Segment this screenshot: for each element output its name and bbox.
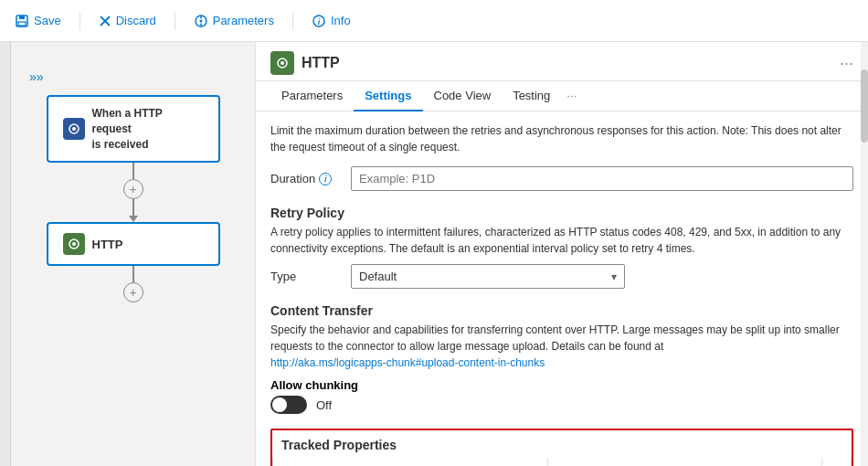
tabs-bar: Parameters Settings Code View Testing ··… <box>256 81 868 111</box>
tab-testing[interactable]: Testing <box>502 81 561 111</box>
content-transfer-desc: Specify the behavior and capabilities fo… <box>270 322 853 371</box>
info-button[interactable]: i Info <box>312 14 351 28</box>
svg-point-14 <box>72 242 76 246</box>
parameters-button[interactable]: Parameters <box>194 14 274 28</box>
http-panel-icon <box>275 56 290 70</box>
toggle-state-label: Off <box>316 398 332 412</box>
tab-settings[interactable]: Settings <box>354 81 422 111</box>
parameters-icon <box>194 14 208 28</box>
add-step-button-2[interactable]: + <box>123 282 143 302</box>
tab-code-view[interactable]: Code View <box>423 81 503 111</box>
panel-header-icon <box>270 51 294 75</box>
add-step-button-1[interactable]: + <box>123 179 143 199</box>
trigger-connector-icon <box>67 122 81 136</box>
dropdown-chevron-icon: ▾ <box>611 270 617 283</box>
info-icon: i <box>312 14 326 28</box>
panel-header: HTTP ··· <box>256 42 868 81</box>
svg-rect-2 <box>18 22 26 26</box>
http-action-label: HTTP <box>92 238 123 251</box>
toolbar-separator-3 <box>292 12 293 30</box>
content-transfer-link[interactable]: http://aka.ms/logicapps-chunk#upload-con… <box>270 356 545 369</box>
type-dropdown[interactable]: Default ▾ <box>351 264 625 289</box>
toolbar-separator <box>79 12 80 30</box>
discard-button[interactable]: Discard <box>99 14 156 27</box>
retry-policy-desc: A retry policy applies to intermittent f… <box>270 224 853 257</box>
canvas-inner: »» When a HTTP requestis received + <box>0 69 255 302</box>
tracked-property-value[interactable]: "TrackedValue1" <box>548 458 822 466</box>
tracked-properties-table: MyCustomTrackedProperty1 "TrackedValue1"… <box>272 458 852 466</box>
duration-row: Duration i <box>270 166 853 191</box>
duration-info-icon[interactable]: i <box>319 173 332 185</box>
panel-title: HTTP <box>302 55 832 71</box>
chunking-label-row: Allow chunking <box>270 378 853 392</box>
tracked-property-delete[interactable]: ✕ <box>821 458 851 466</box>
toggle-knob <box>272 397 287 412</box>
type-dropdown-value: Default <box>359 270 397 283</box>
tracked-property-key[interactable]: MyCustomTrackedProperty1 <box>273 458 548 466</box>
connector-2: + <box>123 266 143 302</box>
content-transfer-title: Content Transfer <box>270 303 853 318</box>
type-row: Type Default ▾ <box>270 264 853 289</box>
arrow-down-1 <box>129 216 138 222</box>
chunking-toggle-row: Off <box>270 396 853 414</box>
connector-1: + <box>123 163 143 222</box>
v-line-1 <box>132 163 134 179</box>
panel-more-button[interactable]: ··· <box>840 54 853 73</box>
main-area: »» When a HTTP requestis received + <box>0 42 868 466</box>
right-panel: HTTP ··· Parameters Settings Code View T… <box>256 42 868 466</box>
type-label: Type <box>270 270 344 283</box>
right-panel-scrollbar[interactable] <box>861 42 868 466</box>
discard-icon <box>99 15 111 27</box>
expand-canvas-button[interactable]: »» <box>29 69 44 84</box>
http-action-icon <box>63 233 85 255</box>
tracked-properties-title: Tracked Properties <box>272 430 852 458</box>
scroll-thumb <box>861 69 868 143</box>
svg-point-16 <box>281 61 284 65</box>
duration-label: Duration i <box>270 172 344 185</box>
tab-parameters[interactable]: Parameters <box>270 81 354 111</box>
svg-rect-1 <box>19 16 25 19</box>
svg-point-12 <box>72 127 76 131</box>
chunking-label: Allow chunking <box>270 378 358 392</box>
svg-text:i: i <box>318 17 321 26</box>
toolbar: Save Discard Parameters i Info <box>0 0 868 42</box>
tracked-properties-box: Tracked Properties MyCustomTrackedProper… <box>270 429 853 466</box>
tracked-property-row: MyCustomTrackedProperty1 "TrackedValue1"… <box>273 458 852 466</box>
trigger-icon <box>63 118 85 140</box>
save-icon <box>15 14 29 28</box>
trigger-label: When a HTTP requestis received <box>92 106 204 152</box>
tab-more[interactable]: ··· <box>561 81 582 111</box>
settings-description: Limit the maximum duration between the r… <box>270 122 853 155</box>
http-action-box[interactable]: HTTP <box>47 222 220 266</box>
http-connector-icon <box>67 237 81 251</box>
retry-policy-title: Retry Policy <box>270 206 853 220</box>
v-line-3 <box>132 266 134 282</box>
panel-content: Limit the maximum duration between the r… <box>256 111 868 466</box>
svg-point-6 <box>199 19 202 22</box>
canvas-panel: »» When a HTTP requestis received + <box>0 42 256 466</box>
duration-input[interactable] <box>351 166 853 191</box>
v-line-2 <box>132 199 134 216</box>
canvas-scrollbar[interactable] <box>0 42 11 466</box>
toolbar-separator-2 <box>175 12 175 30</box>
save-button[interactable]: Save <box>15 14 61 28</box>
trigger-box[interactable]: When a HTTP requestis received <box>47 95 220 163</box>
chunking-toggle[interactable] <box>270 396 307 414</box>
